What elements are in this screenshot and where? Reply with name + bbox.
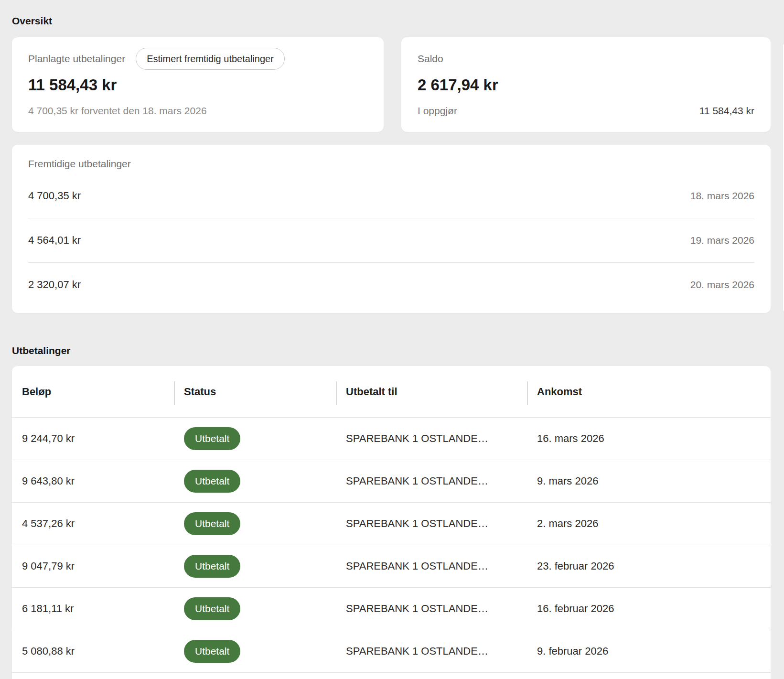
future-payout-date: 19. mars 2026 (690, 235, 754, 246)
balance-label: Saldo (418, 53, 443, 65)
in-settlement-amount: 11 584,43 kr (699, 105, 754, 117)
payout-amount: 9 047,79 kr (12, 560, 174, 572)
payout-arrival: 9. februar 2026 (527, 645, 771, 657)
payouts-table-card: Beløp Status Utbetalt til Ankomst 9 244,… (12, 366, 771, 679)
payout-arrival: 9. mars 2026 (527, 475, 771, 487)
payout-arrival: 16. mars 2026 (527, 432, 771, 445)
planned-payouts-amount: 11 584,43 kr (28, 76, 367, 94)
payout-arrival: 23. februar 2026 (527, 560, 771, 572)
payout-recipient: SPAREBANK 1 OSTLANDE… (336, 603, 527, 615)
estimate-badge: Estimert fremtidig utbetalinger (136, 48, 285, 70)
in-settlement-label: I oppgjør (418, 105, 457, 117)
payout-row[interactable]: 5 080,88 kr Utbetalt SPAREBANK 1 OSTLAND… (12, 630, 771, 673)
payout-row[interactable]: 9 047,79 kr Utbetalt SPAREBANK 1 OSTLAND… (12, 545, 771, 588)
payout-amount: 6 181,11 kr (12, 603, 174, 615)
future-payouts-card: Fremtidige utbetalinger 4 700,35 kr 18. … (12, 145, 771, 313)
payout-recipient: SPAREBANK 1 OSTLANDE… (336, 432, 527, 445)
future-payout-row: 2 320,07 kr 20. mars 2026 (28, 262, 754, 307)
future-payouts-label: Fremtidige utbetalinger (28, 158, 754, 173)
future-payout-row: 4 564,01 kr 19. mars 2026 (28, 218, 754, 262)
payout-amount: 5 080,88 kr (12, 645, 174, 657)
payouts-heading: Utbetalinger (12, 345, 71, 356)
status-badge: Utbetalt (184, 555, 240, 578)
payout-row[interactable]: 9 643,80 kr Utbetalt SPAREBANK 1 OSTLAND… (12, 460, 771, 503)
status-badge: Utbetalt (184, 470, 240, 493)
column-header-recipient: Utbetalt til (336, 386, 527, 398)
payout-amount: 9 244,70 kr (12, 432, 174, 445)
future-payout-date: 20. mars 2026 (690, 279, 754, 291)
planned-payouts-card: Planlagte utbetalinger Estimert fremtidi… (12, 37, 384, 132)
balance-amount: 2 617,94 kr (418, 76, 754, 94)
future-payout-date: 18. mars 2026 (690, 190, 754, 202)
future-payout-amount: 4 564,01 kr (28, 234, 81, 247)
payout-row[interactable]: 6 181,11 kr Utbetalt SPAREBANK 1 OSTLAND… (12, 588, 771, 630)
status-badge: Utbetalt (184, 512, 240, 535)
planned-payouts-label: Planlagte utbetalinger (28, 53, 125, 65)
payout-arrival: 2. mars 2026 (527, 517, 771, 530)
column-header-status: Status (174, 386, 336, 398)
payout-arrival: 16. februar 2026 (527, 603, 771, 615)
payout-row[interactable]: 4 537,26 kr Utbetalt SPAREBANK 1 OSTLAND… (12, 503, 771, 545)
payout-recipient: SPAREBANK 1 OSTLANDE… (336, 560, 527, 572)
payout-amount: 9 643,80 kr (12, 475, 174, 487)
payout-recipient: SPAREBANK 1 OSTLANDE… (336, 475, 527, 487)
payout-recipient: SPAREBANK 1 OSTLANDE… (336, 517, 527, 530)
future-payout-amount: 2 320,07 kr (28, 279, 81, 291)
column-separator (527, 381, 528, 405)
future-payout-amount: 4 700,35 kr (28, 190, 81, 202)
payout-recipient: SPAREBANK 1 OSTLANDE… (336, 645, 527, 657)
payout-row[interactable]: 9 244,70 kr Utbetalt SPAREBANK 1 OSTLAND… (12, 418, 771, 460)
column-header-arrival: Ankomst (527, 386, 771, 398)
column-header-amount: Beløp (12, 386, 174, 398)
column-separator (336, 381, 337, 405)
planned-payouts-subtext: 4 700,35 kr forventet den 18. mars 2026 (28, 105, 367, 117)
column-separator (174, 381, 175, 405)
payouts-table-header: Beløp Status Utbetalt til Ankomst (12, 366, 771, 418)
status-badge: Utbetalt (184, 640, 240, 663)
status-badge: Utbetalt (184, 597, 240, 620)
future-payout-row: 4 700,35 kr 18. mars 2026 (28, 173, 754, 218)
overview-heading: Oversikt (12, 15, 52, 27)
payout-amount: 4 537,26 kr (12, 517, 174, 530)
balance-card: Saldo 2 617,94 kr I oppgjør 11 584,43 kr (401, 37, 771, 132)
status-badge: Utbetalt (184, 427, 240, 450)
